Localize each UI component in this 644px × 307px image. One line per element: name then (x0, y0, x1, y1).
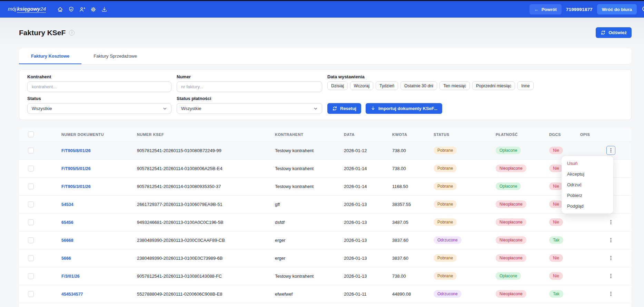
status-badge: Pobrane (434, 147, 457, 154)
status-select[interactable]: Wszystkie (27, 103, 171, 114)
date-filter-pill[interactable]: Tydzień (376, 81, 398, 90)
status-label: Status (27, 96, 171, 101)
col-kontrahent: KONTRAHENT (271, 128, 340, 141)
row-actions-kebab[interactable] (606, 146, 615, 155)
amount-cell: 738.00 (388, 141, 429, 159)
arrow-left-icon: ← (534, 7, 539, 12)
context-menu-item[interactable]: Akceptuj (562, 169, 613, 179)
arrow-down-icon (370, 106, 376, 111)
import-ksef-button[interactable]: Importuj dokumenty KSeF... (366, 103, 442, 114)
payment-status-select[interactable]: Wszystkie (177, 103, 322, 114)
row-actions-kebab[interactable] (606, 236, 615, 245)
power-icon[interactable] (641, 5, 644, 14)
row-actions-kebab[interactable] (606, 289, 615, 298)
select-all-checkbox[interactable] (28, 131, 34, 137)
date-filter-pill[interactable]: Ostatnie 30 dni (400, 81, 437, 90)
date-filter-pill[interactable]: Dzisiaj (327, 81, 348, 90)
date-filter-pill[interactable]: Inne (517, 81, 533, 90)
date-filter-pill[interactable]: Poprzedni miesiąc (472, 81, 515, 90)
kontrahent-cell: Testowy kontrahent (271, 267, 340, 285)
row-checkbox[interactable] (28, 291, 34, 297)
date-filter-pill[interactable]: Ten miesiąc (439, 81, 470, 90)
gear-icon[interactable] (89, 4, 98, 14)
row-actions-kebab[interactable] (606, 254, 615, 263)
document-number-link[interactable]: 454534577 (61, 292, 83, 297)
document-number-link[interactable]: 56668 (61, 238, 73, 243)
refresh-button[interactable]: Odśwież (596, 27, 632, 38)
row-checkbox[interactable] (28, 166, 34, 171)
document-number-link[interactable]: F/T905/5/01/26 (61, 166, 91, 171)
info-icon[interactable]: i (69, 30, 75, 36)
app-logo[interactable]: mój księgowy24 (8, 6, 46, 13)
logo-prefix: mój (8, 6, 16, 12)
ksef-number-cell: 2661729377-20260113-01006079EA9B-51 (133, 195, 271, 213)
kontrahent-cell: Testowy kontrahent (271, 141, 340, 159)
reset-button[interactable]: Resetuj (327, 103, 361, 114)
kebab-icon (608, 291, 614, 297)
back-button[interactable]: ← Powrót (529, 4, 562, 14)
status-badge: Odrzucone (434, 290, 462, 298)
payment-badge: Nieopłacone (496, 200, 526, 208)
row-checkbox[interactable] (28, 273, 34, 279)
kontrahent-cell: Testowy kontrahent (271, 159, 340, 177)
status-badge: Pobrane (434, 254, 457, 262)
navbar-icons (56, 4, 109, 14)
home-icon[interactable] (56, 4, 65, 14)
return-to-office-button[interactable]: Wróć do biura (597, 4, 637, 14)
row-checkbox[interactable] (28, 184, 34, 189)
document-number-link[interactable]: F/T905/3/01/26 (61, 184, 91, 189)
row-checkbox[interactable] (28, 148, 34, 154)
download-icon[interactable] (100, 4, 109, 14)
row-checkbox[interactable] (28, 219, 34, 225)
document-number-link[interactable]: 5666 (61, 256, 71, 261)
amount-cell: 3837.60 (388, 231, 429, 249)
table-body: F/T905/8/01/26 9057812541-20260115-01008… (19, 141, 632, 303)
context-menu-item[interactable]: Usuń (562, 158, 613, 169)
amount-cell: 44890.08 (388, 285, 429, 303)
row-checkbox[interactable] (28, 201, 34, 207)
col-kwota: KWOTA (388, 128, 429, 141)
kontrahent-input[interactable] (27, 81, 171, 92)
document-number-link[interactable]: F/T905/8/01/26 (61, 148, 91, 153)
row-actions-kebab[interactable] (606, 271, 615, 280)
context-menu-item[interactable]: Odrzuć (562, 179, 613, 190)
date-cell: 2026-01-13 (340, 231, 388, 249)
amount-cell: 3837.60 (388, 249, 429, 267)
filter-card: Kontrahent Numer Data wystawienia Dzisia… (19, 69, 632, 120)
user-plus-icon[interactable] (78, 4, 87, 14)
table-row: 54534 2661729377-20260113-01006079EA9B-5… (19, 195, 632, 213)
numer-field: Numer (177, 74, 322, 92)
issue-date-label: Data wystawienia (327, 74, 623, 79)
table-row: F/T905/5/01/26 9057812541-20260114-01008… (19, 159, 632, 177)
status-field: Status Wszystkie (27, 96, 171, 114)
tab[interactable]: Faktury Sprzedażowe (81, 48, 149, 64)
navbar-right: ← Powrót 7199991877 Wróć do biura (529, 4, 644, 14)
payment-badge: Nieopłacone (496, 254, 526, 262)
invoices-table-card: NUMER DOKUMENTU NUMER KSEF KONTRAHENT DA… (19, 128, 632, 307)
document-number-link[interactable]: F/3/01/26 (61, 274, 80, 279)
document-number-link[interactable]: 54534 (61, 202, 73, 207)
col-status: STATUS (429, 128, 492, 141)
row-checkbox[interactable] (28, 237, 34, 243)
kontrahent-cell: efwefwef (271, 285, 340, 303)
tab[interactable]: Faktury Kosztowe (19, 48, 81, 64)
kontrahent-label: Kontrahent (27, 74, 171, 79)
context-menu-item[interactable]: Pobierz (562, 190, 613, 201)
row-actions-kebab[interactable] (606, 218, 615, 227)
kebab-icon (608, 219, 614, 225)
shield-check-icon[interactable] (67, 4, 76, 14)
page-head: Faktury KSeF i Odśwież (19, 27, 632, 38)
status-badge: Odrzucone (434, 236, 462, 244)
invoice-number-input[interactable] (177, 81, 322, 92)
kontrahent-field: Kontrahent (27, 74, 171, 92)
date-filter-pill[interactable]: Wczoraj (350, 81, 373, 90)
dgcs-badge: Tak (549, 290, 563, 298)
ksef-number-cell: 5527888049-20260111-0200606C908B-E8 (133, 285, 271, 303)
row-checkbox[interactable] (28, 255, 34, 261)
amount-cell: 1168.50 (388, 177, 429, 195)
table-row: F/T905/3/01/26 9057812541-20260114-01008… (19, 177, 632, 195)
ksef-number-cell: 9057812541-20260115-010080B72249-99 (133, 141, 271, 159)
dgcs-badge: Tak (549, 236, 563, 244)
document-number-link[interactable]: 65456 (61, 220, 73, 225)
context-menu-item[interactable]: Podgląd (562, 201, 613, 211)
